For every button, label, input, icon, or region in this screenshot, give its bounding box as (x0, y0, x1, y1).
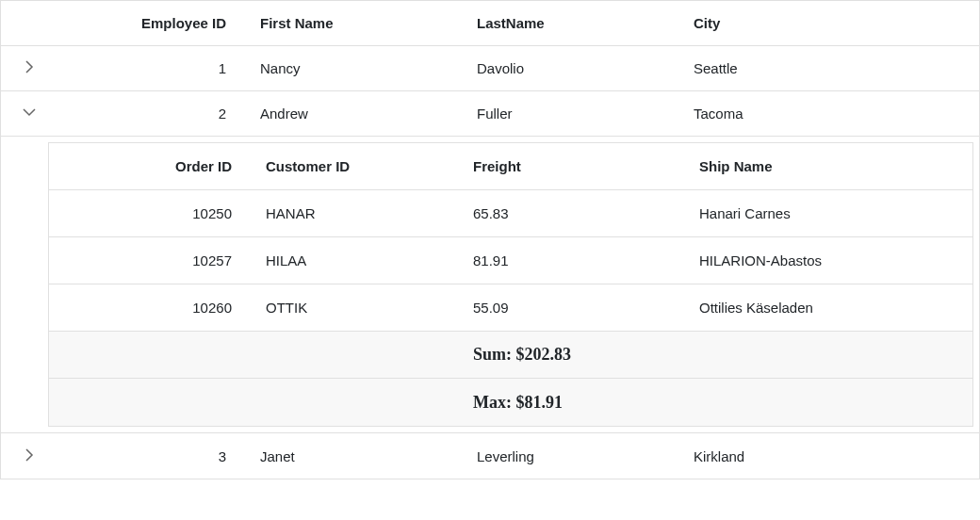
cell-customer-id: OTTIK (256, 288, 464, 327)
detail-row: 10260 OTTIK 55.09 Ottilies Käseladen (49, 284, 972, 332)
cell-freight: 55.09 (464, 288, 690, 327)
summary-row-sum: Sum: $202.83 (49, 332, 972, 379)
cell-order-id: 10260 (49, 288, 256, 327)
cell-city: Tacoma (684, 94, 929, 133)
cell-employee-id: 3 (57, 437, 251, 476)
chevron-right-icon (22, 447, 37, 465)
column-header-last-name[interactable]: LastName (467, 4, 684, 42)
master-row: 2 Andrew Fuller Tacoma (1, 91, 979, 137)
cell-customer-id: HILAA (256, 241, 464, 280)
cell-city: Seattle (684, 49, 929, 88)
cell-last-name: Davolio (467, 49, 684, 88)
column-header-city[interactable]: City (684, 4, 929, 42)
cell-last-name: Leverling (467, 437, 684, 476)
cell-freight: 81.91 (464, 241, 690, 280)
cell-first-name: Andrew (251, 94, 467, 133)
master-row: 3 Janet Leverling Kirkland (1, 433, 979, 479)
cell-first-name: Janet (251, 437, 467, 476)
column-header-customer-id[interactable]: Customer ID (256, 147, 464, 186)
column-header-order-id[interactable]: Order ID (49, 147, 256, 186)
cell-ship-name: Hanari Carnes (690, 194, 954, 233)
cell-employee-id: 2 (57, 94, 251, 133)
cell-employee-id: 1 (57, 49, 251, 88)
cell-order-id: 10250 (49, 194, 256, 233)
summary-sum-value: Sum: $202.83 (464, 333, 690, 376)
detail-header-row: Order ID Customer ID Freight Ship Name (49, 143, 972, 190)
chevron-down-icon (22, 105, 37, 122)
cell-last-name: Fuller (467, 94, 684, 133)
column-header-first-name[interactable]: First Name (251, 4, 467, 42)
expand-toggle[interactable] (1, 105, 57, 122)
cell-freight: 65.83 (464, 194, 690, 233)
cell-customer-id: HANAR (256, 194, 464, 233)
cell-order-id: 10257 (49, 241, 256, 280)
column-header-employee-id[interactable]: Employee ID (57, 4, 251, 42)
cell-ship-name: HILARION-Abastos (690, 241, 954, 280)
detail-row: 10257 HILAA 81.91 HILARION-Abastos (49, 237, 972, 284)
column-header-ship-name[interactable]: Ship Name (690, 147, 954, 186)
expand-toggle[interactable] (1, 447, 57, 465)
cell-ship-name: Ottilies Käseladen (690, 288, 954, 327)
summary-max-value: Max: $81.91 (464, 382, 690, 424)
master-grid: Employee ID First Name LastName City 1 N… (0, 0, 980, 479)
chevron-right-icon (22, 59, 37, 77)
expand-toggle[interactable] (1, 59, 57, 77)
column-header-freight[interactable]: Freight (464, 147, 690, 186)
cell-city: Kirkland (684, 437, 929, 476)
master-header-row: Employee ID First Name LastName City (1, 1, 979, 46)
detail-grid: Order ID Customer ID Freight Ship Name 1… (48, 142, 973, 427)
summary-row-max: Max: $81.91 (49, 379, 972, 426)
master-row: 1 Nancy Davolio Seattle (1, 46, 979, 91)
detail-container: Order ID Customer ID Freight Ship Name 1… (1, 137, 979, 433)
detail-row: 10250 HANAR 65.83 Hanari Carnes (49, 190, 972, 237)
cell-first-name: Nancy (251, 49, 467, 88)
